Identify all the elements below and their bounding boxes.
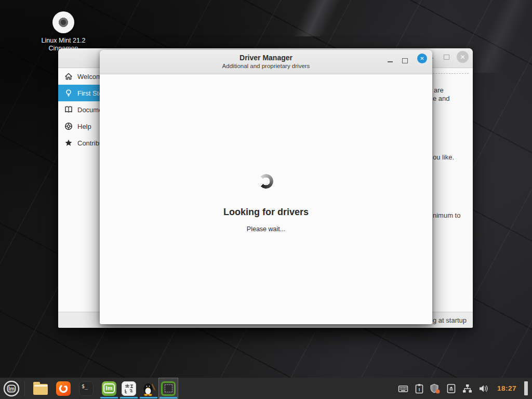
background-light-streak [270,0,369,36]
screenshot-icon [161,381,176,396]
welcome-text-fragment: nimum to [433,211,460,219]
taskbar-window-driver-manager[interactable] [139,378,158,399]
sidebar-item-label: Help [77,123,91,130]
keyboard-tray-button[interactable] [397,383,409,394]
star-icon [64,139,73,147]
clock[interactable]: 18:27 [494,384,520,392]
window-subtitle: Additional and proprietary drivers [100,63,432,69]
running-indicator [140,397,157,398]
driver-manager-content: Looking for drivers Please wait... [100,74,432,324]
window-title: Driver Manager [100,54,432,62]
show-desktop-bar[interactable] [524,381,528,395]
maximize-button[interactable] [401,57,408,64]
welcome-text-fragment: are [434,86,444,94]
system-tray: ! [397,381,532,395]
running-indicator [159,397,177,398]
taskbar-window-character-map[interactable] [119,378,139,399]
files-folder-icon [33,384,48,395]
welcome-text-fragment: ou like. [433,153,454,161]
minimize-icon [388,61,393,62]
status-heading: Looking for drivers [100,207,432,218]
report-clipboard-icon: ! [415,383,424,394]
lightbulb-icon [64,89,73,97]
close-button[interactable]: ✕ [417,54,427,63]
launcher-files[interactable] [31,378,50,399]
svg-text:!: ! [418,387,420,392]
taskbar-window-welcome-app[interactable]: lm [99,378,119,399]
terminal-icon: $_ [79,381,94,396]
volume-tray-button[interactable] [478,383,489,394]
removable-media-tray-button[interactable] [446,383,457,394]
disc-icon [52,11,74,33]
launcher-terminal[interactable]: $_ [76,378,96,399]
desktop-icon-linux-mint-iso[interactable]: Linux Mint 21.2 Cinnamon [30,11,97,52]
running-indicator [100,397,118,398]
status-subtext: Please wait... [100,225,432,233]
launcher-firefox[interactable] [54,378,73,399]
running-indicator [120,397,138,398]
maximize-icon [402,58,408,63]
network-tray-button[interactable] [462,383,473,394]
tux-penguin-icon [141,381,156,396]
close-icon: ✕ [417,54,427,63]
mint-menu-icon: lm [3,380,20,397]
lifebuoy-icon [64,122,73,130]
update-shield-icon [430,383,441,394]
startup-checkbox-label-fragment[interactable]: g at startup [433,316,467,324]
home-icon [64,72,73,81]
book-icon [64,105,73,114]
maximize-button[interactable] [443,54,450,61]
taskbar: lm $_ lm [0,378,532,399]
loading-spinner-icon [259,174,273,189]
welcome-text-fragment: e and [433,95,450,102]
keyboard-icon [398,383,408,394]
volume-icon [478,384,489,393]
driver-manager-window: Driver Manager Additional and proprietar… [100,50,432,324]
taskbar-separator [24,381,25,396]
character-map-icon [122,381,136,396]
close-button[interactable]: ✕ [457,51,469,63]
system-reports-tray-button[interactable]: ! [414,383,425,394]
desktop-icon-label-line1: Linux Mint 21.2 [30,37,97,45]
svg-text:lm: lm [8,386,15,392]
driver-manager-titlebar[interactable]: Driver Manager Additional and proprietar… [100,50,432,74]
firefox-icon [56,381,71,396]
maximize-icon [444,55,449,60]
update-manager-tray-button[interactable] [430,383,441,394]
taskbar-window-screenshot[interactable] [158,378,178,399]
notification-dot [436,389,440,393]
mint-welcome-icon: lm [102,381,116,396]
mint-menu-button[interactable]: lm [0,378,23,399]
minimize-button[interactable] [387,58,394,65]
close-icon: ✕ [457,51,469,63]
network-icon [462,384,472,393]
removable-media-eject-icon [447,383,456,394]
